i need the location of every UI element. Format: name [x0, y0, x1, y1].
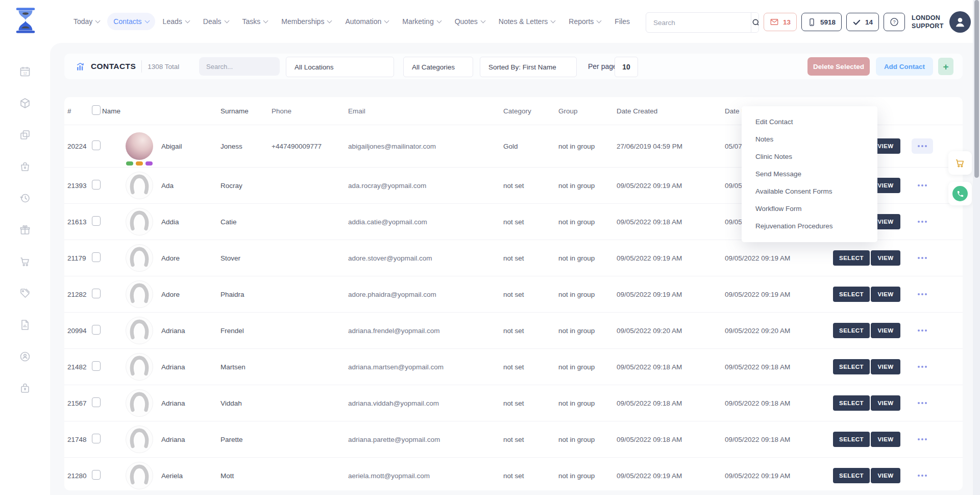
view-button[interactable]: VIEW [871, 395, 900, 411]
gift-icon[interactable] [19, 224, 31, 236]
select-all-checkbox[interactable] [92, 105, 101, 115]
contacts-search-input[interactable] [199, 63, 296, 70]
help-icon: ? [889, 17, 899, 27]
shopping-bag-icon[interactable] [19, 160, 31, 173]
row-checkbox[interactable] [92, 470, 101, 480]
nav-item-tasks[interactable]: Tasks [236, 13, 274, 30]
cart-icon[interactable] [19, 255, 31, 268]
row-checkbox[interactable] [92, 397, 101, 407]
user-avatar[interactable] [949, 11, 971, 33]
select-button[interactable]: SELECT [833, 432, 870, 447]
contact-email: adriana.martsen@yopmail.com [348, 363, 499, 371]
copy-icon[interactable] [19, 129, 31, 141]
contact-date-updated: 09/05/2022 09:20 AM [725, 327, 833, 335]
context-menu-item-available-consent-forms[interactable]: Available Consent Forms [742, 183, 877, 200]
nav-item-automation[interactable]: Automation [339, 13, 395, 30]
select-button[interactable]: SELECT [833, 359, 870, 374]
view-button[interactable]: VIEW [871, 323, 900, 338]
context-menu-item-edit-contact[interactable]: Edit Contact [742, 113, 877, 131]
row-checkbox[interactable] [92, 140, 101, 150]
select-button[interactable]: SELECT [833, 250, 870, 266]
help-button[interactable]: ? [884, 13, 905, 31]
floating-cart-button[interactable] [948, 151, 972, 175]
account-sync-icon[interactable] [19, 350, 31, 363]
select-button[interactable]: SELECT [833, 323, 870, 338]
history-icon[interactable] [19, 192, 31, 204]
row-checkbox[interactable] [92, 361, 101, 371]
select-button[interactable]: SELECT [833, 468, 870, 483]
search-icon[interactable] [751, 13, 759, 32]
add-file-button[interactable]: + [938, 58, 953, 75]
nav-item-contacts[interactable]: Contacts [107, 13, 155, 30]
locations-filter[interactable]: All Locations [286, 57, 394, 77]
row-more-button[interactable] [912, 395, 933, 411]
contact-first-name: Aeriela [161, 472, 183, 480]
nav-item-marketing[interactable]: Marketing [396, 13, 447, 30]
row-more-button[interactable] [912, 178, 933, 193]
contact-group: not in group [554, 254, 617, 262]
row-checkbox[interactable] [92, 252, 101, 262]
row-checkbox[interactable] [92, 325, 101, 335]
categories-filter[interactable]: All Categories [403, 57, 473, 77]
package-icon[interactable] [19, 97, 31, 109]
nav-item-today[interactable]: Today [67, 13, 106, 30]
contact-first-name: Adriana [161, 399, 185, 407]
mail-badge[interactable]: 13 [764, 13, 797, 31]
floating-phone-button[interactable] [948, 182, 972, 205]
calendar-icon[interactable]: 12 [19, 65, 31, 78]
row-more-button[interactable] [912, 250, 933, 266]
chevron-down-icon [224, 18, 229, 23]
hourglass-logo[interactable] [11, 6, 40, 36]
sort-filter[interactable]: Sorted By: First Name [480, 57, 577, 77]
per-page-value[interactable]: 10 [615, 57, 638, 77]
view-button[interactable]: VIEW [871, 432, 900, 447]
select-button[interactable]: SELECT [833, 395, 870, 411]
context-menu-item-rejuvenation-procedures[interactable]: Rejuvenation Procedures [742, 218, 877, 235]
nav-item-reports[interactable]: Reports [562, 13, 607, 30]
row-more-button[interactable] [912, 323, 933, 338]
contact-email: ada.rocray@yopmail.com [348, 182, 499, 190]
avatar-placeholder-icon [126, 462, 153, 489]
row-more-button[interactable] [912, 214, 933, 229]
phone-badge[interactable]: 5918 [801, 13, 842, 31]
row-more-button[interactable] [912, 432, 933, 447]
row-checkbox[interactable] [92, 180, 101, 190]
delete-selected-button[interactable]: Delete Selected [807, 57, 870, 76]
chevron-down-icon [95, 18, 101, 23]
global-search-input[interactable] [646, 13, 751, 32]
nav-item-files[interactable]: Files [608, 13, 636, 30]
contact-group: not in group [554, 182, 617, 190]
nav-item-deals[interactable]: Deals [197, 13, 235, 30]
context-menu-item-send-message[interactable]: Send Message [742, 166, 877, 183]
contact-date-updated: 09/05/2022 09:18 AM [725, 399, 833, 407]
nav-item-leads[interactable]: Leads [157, 13, 195, 30]
row-checkbox[interactable] [92, 434, 101, 443]
select-button[interactable]: SELECT [833, 287, 870, 302]
nav-item-memberships[interactable]: Memberships [275, 13, 337, 30]
row-checkbox[interactable] [92, 216, 101, 226]
avatar-placeholder-icon [126, 172, 153, 199]
lock-icon[interactable] [19, 382, 31, 394]
row-checkbox[interactable] [92, 289, 101, 298]
context-menu-item-clinic-notes[interactable]: Clinic Notes [742, 148, 877, 166]
scrollbar-thumb[interactable] [974, 0, 979, 178]
nav-item-quotes[interactable]: Quotes [449, 13, 491, 30]
view-button[interactable]: VIEW [871, 359, 900, 374]
context-menu-item-notes[interactable]: Notes [742, 131, 877, 148]
table-row: 21567 Adriana Viddah adriana.viddah@yopm… [64, 385, 963, 421]
mail-count: 13 [783, 18, 791, 26]
view-button[interactable]: VIEW [871, 250, 900, 266]
row-more-button[interactable] [912, 468, 933, 483]
add-contact-button[interactable]: Add Contact [876, 57, 933, 76]
view-button[interactable]: VIEW [871, 468, 900, 483]
tags-icon[interactable] [19, 287, 31, 299]
row-more-button[interactable] [912, 138, 933, 154]
context-menu-item-workflow-form[interactable]: Workflow Form [742, 200, 877, 218]
tasks-badge[interactable]: 14 [846, 13, 879, 31]
row-more-button[interactable] [912, 359, 933, 374]
row-more-button[interactable] [912, 287, 933, 302]
col-id: # [67, 107, 92, 115]
report-icon[interactable] [19, 319, 31, 331]
nav-item-notes-letters[interactable]: Notes & Letters [493, 13, 561, 30]
view-button[interactable]: VIEW [871, 287, 900, 302]
